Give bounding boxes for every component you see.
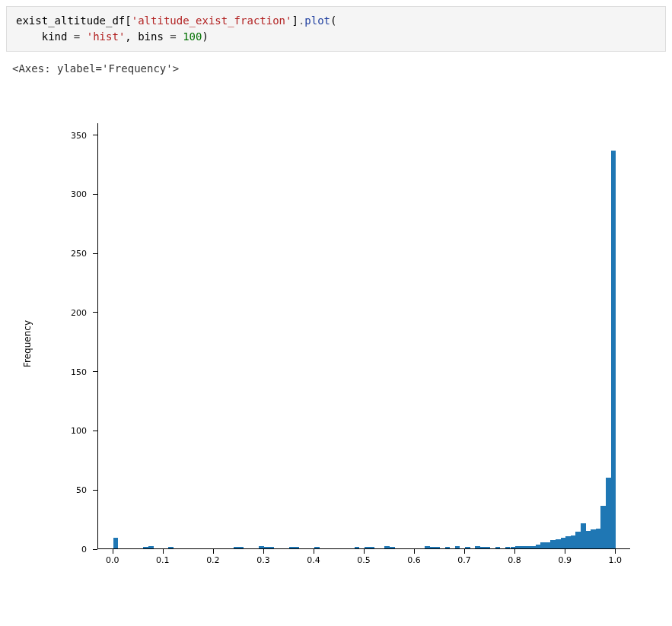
histogram-bar: [611, 151, 616, 548]
histogram-bar: [530, 546, 536, 548]
y-tick: 0: [56, 549, 97, 550]
x-tick-mark: [163, 549, 164, 554]
x-tick-mark: [364, 549, 365, 554]
code-token: =: [164, 30, 183, 43]
code-token: [: [125, 14, 131, 27]
y-tick: 100: [56, 431, 97, 431]
code-token: ): [202, 30, 208, 43]
y-tick-label: 350: [71, 130, 87, 140]
histogram-bar: [445, 547, 451, 548]
histogram-bar: [430, 547, 435, 548]
y-tick: 350: [56, 135, 97, 136]
histogram-bar: [289, 547, 295, 548]
y-tick: 250: [56, 253, 97, 254]
histogram-bar: [370, 547, 375, 548]
x-tick-mark: [414, 549, 415, 554]
histogram-bar: [455, 546, 460, 548]
histogram-bar: [591, 529, 596, 548]
x-axis: 0.00.10.20.30.40.50.60.70.80.91.0: [97, 549, 630, 572]
output-text: <Axes: ylabel='Frequency'>: [6, 59, 666, 78]
y-tick-label: 200: [71, 307, 87, 317]
histogram-bars: [98, 123, 630, 548]
x-tick-label: 0.1: [156, 555, 170, 565]
y-tick-label: 0: [81, 545, 87, 555]
x-tick-mark: [263, 549, 264, 554]
x-tick-mark: [615, 549, 616, 554]
histogram-bar: [234, 547, 239, 548]
x-tick-label: 0.3: [256, 555, 270, 565]
histogram-bar: [606, 478, 611, 548]
y-tick: 150: [56, 372, 97, 373]
x-tick-mark: [213, 549, 214, 554]
histogram-bar: [565, 536, 571, 548]
histogram-bar: [113, 538, 119, 548]
plot-area: [97, 123, 630, 549]
histogram-bar: [586, 531, 591, 548]
code-token: exist_altitude_df: [16, 14, 125, 27]
histogram-bar: [571, 535, 576, 548]
histogram-bar: [480, 547, 486, 548]
y-tick: 50: [56, 490, 97, 491]
x-tick-mark: [464, 549, 465, 554]
histogram-bar: [550, 540, 556, 548]
x-tick-mark: [113, 549, 113, 554]
x-tick-label: 0.9: [558, 555, 572, 565]
histogram-bar: [435, 547, 440, 548]
x-tick-label: 0.8: [508, 555, 521, 565]
histogram-bar: [515, 546, 521, 548]
histogram-bar: [314, 547, 320, 548]
code-cell: exist_altitude_df['altitude_exist_fracti…: [6, 6, 666, 52]
y-axis: 050100150200250300350: [56, 123, 97, 549]
histogram-bar: [505, 547, 511, 548]
y-tick: 300: [56, 194, 97, 195]
histogram-bar: [384, 546, 390, 548]
histogram-bar: [525, 546, 530, 548]
code-token: 100: [183, 30, 202, 43]
code-token: kind: [42, 30, 68, 43]
x-tick-label: 0.6: [407, 555, 421, 565]
x-tick-label: 0.0: [106, 555, 119, 565]
histogram-bar: [485, 547, 490, 548]
histogram-bar: [600, 506, 606, 548]
histogram-bar: [561, 538, 566, 548]
histogram-bar: [239, 547, 244, 548]
y-axis-label: Frequency: [22, 320, 33, 367]
histogram-bar: [390, 547, 395, 548]
code-token: ]: [291, 14, 298, 27]
y-tick-label: 100: [71, 426, 87, 436]
histogram-bar: [556, 539, 561, 548]
histogram-bar: [168, 547, 174, 548]
histogram-bar: [143, 547, 148, 548]
histogram-bar: [536, 545, 541, 548]
x-tick-mark: [514, 549, 515, 554]
histogram-bar: [148, 546, 154, 548]
histogram-bar: [269, 547, 275, 548]
histogram-bar: [495, 547, 501, 548]
code-token: 'altitude_exist_fraction': [132, 14, 292, 27]
histogram-bar: [295, 547, 300, 548]
histogram-bar: [521, 546, 526, 548]
code-token: plot: [304, 14, 330, 27]
histogram-bar: [546, 542, 551, 548]
x-tick-label: 0.5: [357, 555, 371, 565]
code-token: =: [67, 30, 86, 43]
x-tick-label: 0.4: [307, 555, 320, 565]
histogram-bar: [355, 547, 360, 548]
x-tick-mark: [565, 549, 565, 554]
x-tick-label: 0.7: [457, 555, 471, 565]
histogram-bar: [596, 529, 601, 548]
x-tick-mark: [314, 549, 314, 554]
y-tick-label: 250: [71, 249, 87, 259]
histogram-bar: [425, 546, 430, 548]
histogram-chart: Frequency 050100150200250300350 0.00.10.…: [21, 108, 645, 580]
histogram-bar: [365, 547, 370, 548]
histogram-bar: [465, 547, 470, 548]
histogram-bar: [540, 542, 546, 548]
code-token: bins: [138, 30, 164, 43]
histogram-bar: [581, 523, 586, 548]
histogram-bar: [264, 547, 269, 548]
histogram-bar: [475, 546, 480, 548]
histogram-bar: [511, 547, 516, 548]
y-tick-label: 150: [71, 367, 87, 377]
histogram-bar: [575, 532, 581, 548]
